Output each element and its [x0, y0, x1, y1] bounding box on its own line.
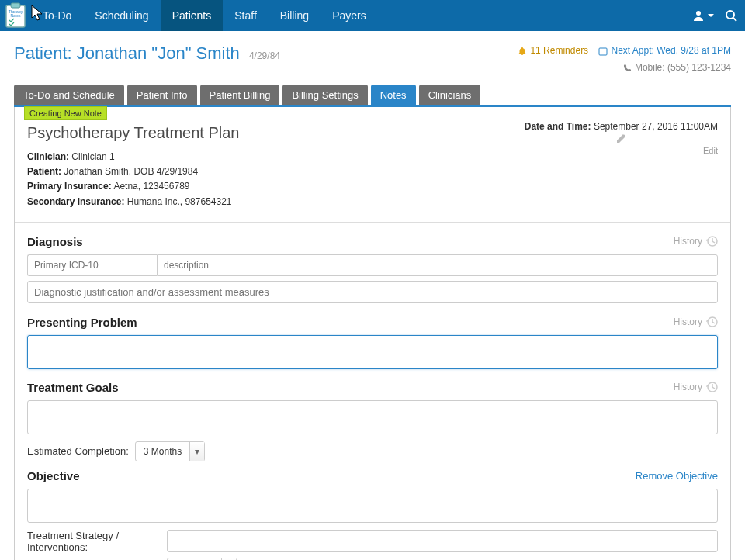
- icd10-input[interactable]: [27, 254, 157, 276]
- patient-header-right: 11 Reminders Next Appt: Wed, 9/28 at 1PM…: [518, 43, 731, 77]
- chevron-down-icon: ▾: [189, 442, 204, 461]
- clinician-label: Clinician:: [27, 151, 69, 162]
- justification-input[interactable]: [27, 281, 718, 303]
- nav-todo[interactable]: To-Do: [31, 0, 83, 31]
- primary-ins-value: Aetna, 123456789: [113, 181, 189, 192]
- goals-title: Treatment Goals: [27, 381, 119, 394]
- patient-title: Patient: Jonathan "Jon" Smith 4/29/84: [14, 43, 280, 64]
- presenting-title: Presenting Problem: [27, 316, 137, 329]
- svg-text:Notes: Notes: [10, 13, 21, 18]
- nav-billing[interactable]: Billing: [269, 0, 321, 31]
- strategy-input[interactable]: [167, 530, 718, 552]
- edit-datetime[interactable]: Edit: [525, 133, 718, 155]
- patient-dob: 4/29/84: [249, 50, 280, 61]
- history-icon: [705, 316, 718, 328]
- patient-meta-value: Jonathan Smith, DOB 4/29/1984: [64, 166, 198, 177]
- tab-billing-settings[interactable]: Billing Settings: [282, 85, 367, 105]
- svg-line-6: [733, 18, 736, 21]
- diagnosis-history-text: History: [674, 236, 702, 247]
- next-appt-text: Next Appt: Wed, 9/28 at 1PM: [611, 43, 731, 58]
- reminders-link[interactable]: 11 Reminders: [518, 43, 588, 58]
- tab-patient-billing[interactable]: Patient Billing: [200, 85, 280, 105]
- diagnosis-desc-input[interactable]: [157, 254, 718, 276]
- tab-patient-info[interactable]: Patient Info: [127, 85, 197, 105]
- objective-textarea[interactable]: [27, 489, 718, 523]
- diagnosis-title: Diagnosis: [27, 235, 83, 248]
- patient-label: Patient:: [14, 43, 72, 63]
- secondary-ins-value: Humana Inc., 987654321: [127, 196, 232, 207]
- user-menu[interactable]: [692, 9, 714, 22]
- note-title: Psychotherapy Treatment Plan: [27, 124, 239, 142]
- pencil-icon: [615, 133, 626, 144]
- goals-est-completion-select[interactable]: 3 Months ▾: [135, 441, 205, 461]
- secondary-ins-label: Secondary Insurance:: [27, 196, 124, 207]
- goals-history[interactable]: History: [674, 381, 718, 393]
- patient-name[interactable]: Jonathan "Jon" Smith: [77, 43, 240, 63]
- tab-todo-schedule[interactable]: To-Do and Schedule: [14, 85, 124, 105]
- bell-icon: [518, 47, 527, 56]
- datetime-label: Date and Time:: [525, 121, 591, 132]
- tab-clinicians[interactable]: Clinicians: [419, 85, 481, 105]
- history-icon: [705, 381, 718, 393]
- phone-icon: [623, 64, 632, 72]
- tabs: To-Do and Schedule Patient Info Patient …: [14, 85, 731, 107]
- note-wrapper: Creating New Note Psychotherapy Treatmen…: [14, 107, 731, 560]
- edit-text: Edit: [703, 146, 718, 155]
- datetime-value: September 27, 2016 11:00AM: [594, 121, 718, 132]
- clinician-value: Clinician 1: [71, 151, 114, 162]
- creating-note-banner: Creating New Note: [24, 106, 107, 120]
- goals-textarea[interactable]: [27, 400, 718, 434]
- nav-patients[interactable]: Patients: [161, 0, 224, 31]
- patient-meta-label: Patient:: [27, 166, 61, 177]
- svg-point-5: [726, 11, 734, 19]
- goals-history-text: History: [674, 382, 702, 392]
- strategy-label: Treatment Strategy / Interventions:: [27, 530, 161, 553]
- app-logo[interactable]: Therapy Notes: [0, 0, 31, 31]
- presenting-textarea[interactable]: [27, 335, 718, 369]
- next-appt-link[interactable]: Next Appt: Wed, 9/28 at 1PM: [598, 43, 731, 58]
- presenting-history-text: History: [674, 316, 702, 327]
- primary-ins-label: Primary Insurance:: [27, 181, 112, 192]
- mobile-number: Mobile: (555) 123-1234: [635, 60, 731, 75]
- svg-rect-1: [11, 3, 20, 8]
- mobile-text: Mobile: (555) 123-1234: [623, 60, 731, 75]
- history-icon: [705, 235, 718, 247]
- search-icon[interactable]: [725, 9, 737, 22]
- calendar-icon: [598, 47, 608, 56]
- datetime: Date and Time: September 27, 2016 11:00A…: [525, 121, 718, 132]
- tab-notes[interactable]: Notes: [371, 85, 416, 105]
- diagnosis-history[interactable]: History: [674, 235, 718, 247]
- top-nav: Therapy Notes To-Do Scheduling Patients …: [0, 0, 745, 31]
- svg-point-4: [696, 11, 701, 16]
- nav-scheduling[interactable]: Scheduling: [83, 0, 160, 31]
- remove-objective-link[interactable]: Remove Objective: [636, 470, 718, 482]
- objective-title: Objective: [27, 469, 80, 482]
- goals-est-completion-label: Estimated Completion:: [27, 445, 129, 457]
- note-meta: Clinician: Clinician 1 Patient: Jonathan…: [27, 150, 239, 209]
- presenting-history[interactable]: History: [674, 316, 718, 328]
- goals-est-completion-value: 3 Months: [136, 446, 189, 457]
- patient-header: Patient: Jonathan "Jon" Smith 4/29/84 11…: [14, 43, 731, 77]
- nav-payers[interactable]: Payers: [321, 0, 378, 31]
- svg-rect-7: [599, 48, 607, 55]
- nav-staff[interactable]: Staff: [223, 0, 269, 31]
- nav-items: To-Do Scheduling Patients Staff Billing …: [31, 0, 692, 31]
- reminders-text: 11 Reminders: [530, 43, 588, 58]
- nav-right: [692, 0, 745, 31]
